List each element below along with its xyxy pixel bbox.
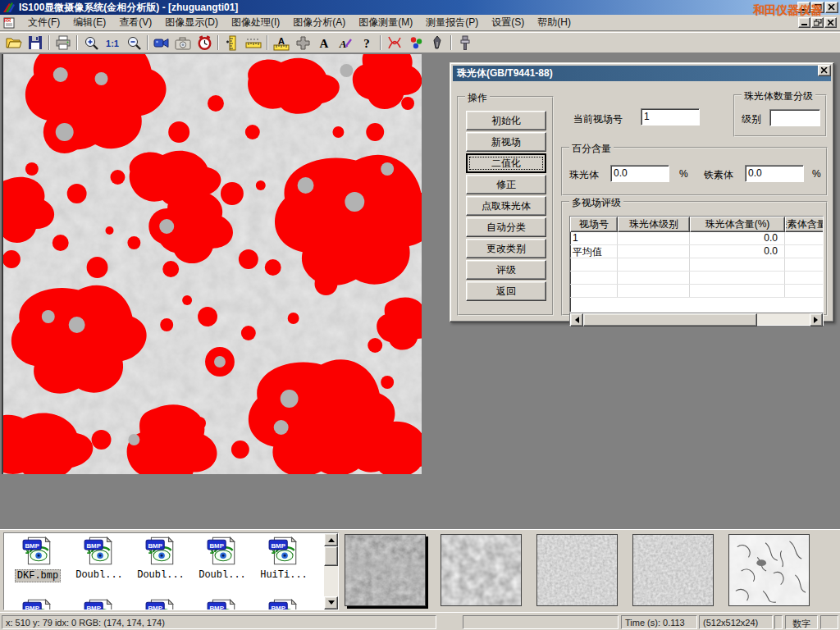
menu-edit[interactable]: 编辑(E) [66,14,112,31]
scroll-left-button[interactable] [570,313,583,326]
binarize-button[interactable]: 二值化 [466,153,546,173]
bottom-panel: BMP DKF.bmp BMP Doubl... BMP Doubl... BM… [0,529,840,612]
print-button[interactable] [52,34,74,52]
menu-image-analysis[interactable]: 图像分析(A) [286,14,352,31]
table-row-empty [570,272,823,285]
count-points-button[interactable] [405,34,427,52]
scroll-right-button[interactable] [810,313,823,326]
scrollbar-thumb[interactable] [583,313,757,326]
svg-text:A: A [339,38,347,50]
pen-tool-button[interactable] [427,34,448,52]
return-button[interactable]: 返回 [466,281,546,301]
thumbnail-5[interactable] [728,534,810,606]
pick-pearlite-button[interactable]: 点取珠光体 [466,196,546,216]
help-button[interactable]: ? [356,34,377,52]
grade-button[interactable]: 评级 [466,260,546,280]
svg-text:?: ? [363,37,370,50]
svg-text:DOC: DOC [5,19,14,23]
mdi-restore-button[interactable] [811,17,824,28]
flashlight-tool-button[interactable] [454,34,476,52]
text-tool-button[interactable]: A [313,34,335,52]
menu-measure-report[interactable]: 测量报告(P) [419,14,485,31]
col-field[interactable]: 视场号 [570,217,618,232]
zoom-actual-button[interactable]: 1:1 [102,34,123,52]
init-button[interactable]: 初始化 [466,111,546,130]
col-pearlite[interactable]: 珠光体含量(%) [690,217,785,232]
dialog-close-button[interactable] [818,65,831,76]
window-title: IS100显微摄像系统(金相分析版) - [zhuguangti01] [19,1,238,15]
col-level[interactable]: 珠光体级别 [618,217,690,232]
ferrite-percent-input[interactable]: 0.0 [745,165,804,182]
menu-image-processing[interactable]: 图像处理(I) [225,14,286,31]
table-row[interactable]: 平均值 0.0 [570,245,823,258]
operations-group-label: 操作 [465,91,490,105]
file-item[interactable]: BMP DKF.bmp [9,536,66,582]
ruler-measure-button[interactable] [243,34,264,52]
zoom-in-button[interactable] [80,34,102,52]
file-item[interactable]: BMP Doubl... [132,536,189,581]
video-camera-icon [153,36,170,49]
file-item[interactable]: BMP [9,599,66,610]
file-list-scrollbar[interactable] [324,533,338,609]
file-name: Doubl... [135,569,186,581]
scroll-up-button[interactable] [324,533,338,546]
menu-image-display[interactable]: 图像显示(D) [158,14,225,31]
thumbnail-4[interactable] [632,534,714,606]
col-ferrite[interactable]: 铁素体含量(%) [785,217,824,232]
menu-settings[interactable]: 设置(S) [485,14,531,31]
measure-annotate-button[interactable]: A [271,34,292,52]
thumbnail-2[interactable] [441,534,522,606]
grade-level-input[interactable] [769,109,820,126]
menu-file[interactable]: 文件(F) [21,14,66,31]
timer-button[interactable] [194,34,215,52]
correct-button[interactable]: 修正 [466,175,546,194]
svg-text:BMP: BMP [209,542,224,550]
current-field-input[interactable]: 1 [641,108,700,126]
svg-text:BMP: BMP [25,542,39,550]
scrollbar-thumb[interactable] [324,546,338,566]
menu-view[interactable]: 查看(V) [112,14,158,31]
toolbar-separator [267,35,268,50]
rating-table[interactable]: 视场号 珠光体级别 珠光体含量(%) 铁素体含量(%) 1 0.0 平均值 0.… [569,216,824,313]
status-position: x: 510 y: 79 idx: 0 RGB: (174, 174, 174) [2,615,436,629]
thumbnail-1[interactable] [345,534,426,606]
pearlite-percent-input[interactable]: 0.0 [610,165,669,182]
file-item[interactable]: BMP [255,599,313,610]
file-item[interactable]: BMP Doubl... [71,536,128,581]
zoom-out-button[interactable] [123,34,144,52]
file-browser[interactable]: BMP DKF.bmp BMP Doubl... BMP Doubl... BM… [3,532,339,610]
table-row[interactable]: 1 0.0 [570,232,823,245]
metallograph-image[interactable] [2,54,422,474]
open-button[interactable] [3,34,25,52]
menu-help[interactable]: 帮助(H) [531,14,578,31]
auto-classify-button[interactable]: 自动分类 [466,217,546,237]
move-tool-button[interactable] [292,34,313,52]
video-capture-button[interactable] [151,34,172,52]
file-item[interactable]: BMP [71,599,128,610]
annotate-tool-button[interactable]: A [335,34,356,52]
close-button[interactable] [825,2,838,13]
help-icon: ? [361,35,372,50]
close-icon [821,67,828,74]
scroll-down-button[interactable] [324,596,338,609]
file-item[interactable]: BMP HuiTi... [255,536,313,581]
file-item[interactable]: BMP [194,599,251,610]
title-bar: IS100显微摄像系统(金相分析版) - [zhuguangti01] [0,0,840,15]
vendor-watermark: 和田仪器仪器 [753,3,822,18]
curve-tool-button[interactable] [384,34,405,52]
file-item[interactable]: BMP Doubl... [194,536,251,581]
mdi-minimize-button[interactable] [798,17,810,28]
file-item[interactable]: BMP [132,599,189,610]
table-horizontal-scrollbar[interactable] [569,313,824,326]
bmp-file-icon: BMP [21,536,54,566]
toolbar-separator [380,35,381,50]
thumbnail-3[interactable] [536,534,618,606]
menu-image-measure[interactable]: 图像测量(M) [352,14,419,31]
mdi-close-button[interactable] [824,17,837,28]
camera-capture-button[interactable] [172,34,194,52]
caliper-measure-button[interactable] [221,34,243,52]
dialog-title-bar[interactable]: 珠光体(GB/T9441-88) [453,66,831,81]
save-button[interactable] [25,34,46,52]
new-field-button[interactable]: 新视场 [466,132,546,152]
change-class-button[interactable]: 更改类别 [466,239,546,258]
